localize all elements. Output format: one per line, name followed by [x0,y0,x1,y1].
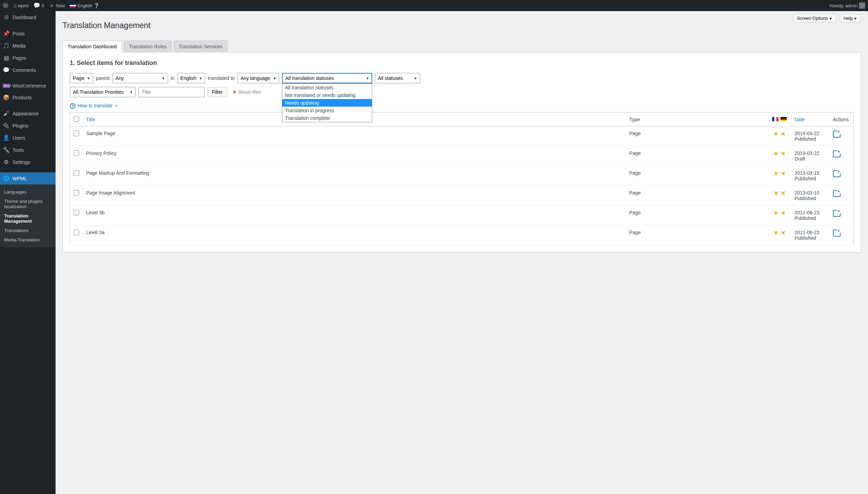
row-actions [829,225,854,245]
row-actions [829,126,854,146]
add-translation-icon[interactable] [833,210,841,217]
not-translated-de-icon[interactable]: ✕ [781,131,785,137]
tab-services[interactable]: Translation Services [174,41,228,52]
menu-tools[interactable]: 🔧Tools [0,144,56,156]
table-row: Level 3bPage✕✕2011-06-23Published [70,206,854,225]
row-actions [829,206,854,225]
row-checkbox[interactable] [74,131,79,136]
parent-select[interactable]: Any [112,73,168,83]
title-search-input[interactable] [139,87,205,97]
menu-comments[interactable]: 💬Comments [0,64,56,76]
row-checkbox[interactable] [74,170,79,176]
germany-flag-icon [781,117,787,121]
menu-label: Dashboard [12,15,36,20]
filter-button[interactable]: Filter [207,87,227,97]
submenu-localization[interactable]: Theme and plugins localization [0,197,56,211]
language-switcher[interactable]: English ❔ [70,3,99,8]
tab-dashboard[interactable]: Translation Dashboard [62,41,122,52]
add-translation-icon[interactable] [833,150,841,157]
add-translation-icon[interactable] [833,170,841,177]
add-translation-icon[interactable] [833,190,841,197]
sliders-icon: ⚙ [3,159,10,165]
plug-icon: 🔌 [3,122,10,129]
menu-label: Pages [12,55,26,61]
tab-roles[interactable]: Translation Roles [124,41,172,52]
not-translated-de-icon[interactable]: ✕ [781,190,785,196]
dropdown-option[interactable]: Needs updating [282,99,372,107]
row-translation-status: ✕✕ [768,186,791,206]
wrench-icon: 🔧 [3,147,10,153]
row-checkbox[interactable] [74,230,79,235]
not-translated-fr-icon[interactable]: ✕ [774,230,778,236]
menu-label: WPML [12,176,27,181]
menu-posts[interactable]: 📌Posts [0,27,56,40]
menu-pages[interactable]: ▤Pages [0,52,56,64]
row-date: 2019-03-22Draft [791,146,829,166]
reset-label: Reset filter [238,89,261,95]
not-translated-de-icon[interactable]: ✕ [781,230,785,236]
in-label: in [171,75,175,81]
media-icon: 🎵 [3,42,10,49]
submenu-translation-management[interactable]: Translation Management [0,211,56,226]
screen-options-button[interactable]: Screen Options [793,14,836,23]
not-translated-fr-icon[interactable]: ✕ [774,210,778,216]
select-all-checkbox[interactable] [74,116,79,122]
menu-label: WooCommerce [12,83,46,89]
dropdown-option[interactable]: Translation complete [282,114,372,122]
dropdown-option[interactable]: All translation statuses [282,84,372,91]
row-type: Page [626,126,768,146]
not-translated-de-icon[interactable]: ✕ [781,171,785,176]
menu-products[interactable]: 📦Products [0,91,56,104]
status-select[interactable]: All statuses [375,73,420,83]
comments-link[interactable]: 💬0 [33,3,44,8]
menu-wpml[interactable]: 🌐WPML [0,172,56,184]
dropdown-option[interactable]: Not translated or needs updating [282,91,372,99]
add-translation-icon[interactable] [833,230,841,237]
row-checkbox[interactable] [74,210,79,215]
row-type: Page [626,206,768,225]
filter-row-2: All Translation Priorities Filter ✕Reset… [70,87,854,97]
account-link[interactable]: Howdy, admin [829,2,865,9]
not-translated-fr-icon[interactable]: ✕ [774,190,778,196]
menu-woocommerce[interactable]: WOOWooCommerce [0,80,56,91]
globe-icon: 🌐 [3,175,10,182]
row-title: Page Image Alignment [83,186,626,206]
col-actions: Actions [829,113,854,126]
new-content-link[interactable]: ＋New [49,3,65,8]
translation-status-select[interactable]: All translation statuses [282,73,372,83]
not-translated-de-icon[interactable]: ✕ [781,210,785,216]
not-translated-fr-icon[interactable]: ✕ [774,151,778,157]
add-translation-icon[interactable] [833,131,841,138]
dropdown-option[interactable]: Translation in progress [282,107,372,114]
menu-settings[interactable]: ⚙Settings [0,156,56,168]
wp-logo[interactable]: ⓦ [3,3,8,8]
post-type-select[interactable]: Page [70,73,93,83]
not-translated-de-icon[interactable]: ✕ [781,151,785,157]
reset-filter-link[interactable]: ✕Reset filter [233,89,261,95]
col-date[interactable]: Date [791,113,829,126]
row-checkbox[interactable] [74,190,79,196]
not-translated-fr-icon[interactable]: ✕ [774,171,778,176]
not-translated-fr-icon[interactable]: ✕ [774,131,778,137]
row-checkbox[interactable] [74,150,79,156]
tabs-nav: Translation Dashboard Translation Roles … [62,41,861,52]
site-link[interactable]: ⌂wpml [13,3,28,8]
admin-menu: ⊙Dashboard 📌Posts 🎵Media ▤Pages 💬Comment… [0,11,56,494]
menu-users[interactable]: 👤Users [0,132,56,144]
menu-appearance[interactable]: 🖌Appearance [0,108,56,120]
source-lang-select[interactable]: English [177,73,205,83]
submenu-languages[interactable]: Languages [0,187,56,197]
table-row: Page Markup And FormattingPage✕✕2013-03-… [70,166,854,186]
menu-plugins[interactable]: 🔌Plugins [0,120,56,132]
priority-select[interactable]: All Translation Priorities [70,87,136,97]
row-date: 2013-03-15Published [791,186,829,206]
target-lang-select[interactable]: Any language [237,73,279,83]
menu-label: Users [12,135,25,141]
help-button[interactable]: Help [840,14,861,23]
submenu-translations[interactable]: Translations [0,226,56,235]
menu-dashboard[interactable]: ⊙Dashboard [0,11,56,23]
submenu-media-translation[interactable]: Media Translation [0,235,56,245]
menu-media[interactable]: 🎵Media [0,40,56,52]
page-body: Screen Options Help Translation Manageme… [56,11,868,494]
how-to-link[interactable]: ?How to translate↗ [70,103,118,108]
